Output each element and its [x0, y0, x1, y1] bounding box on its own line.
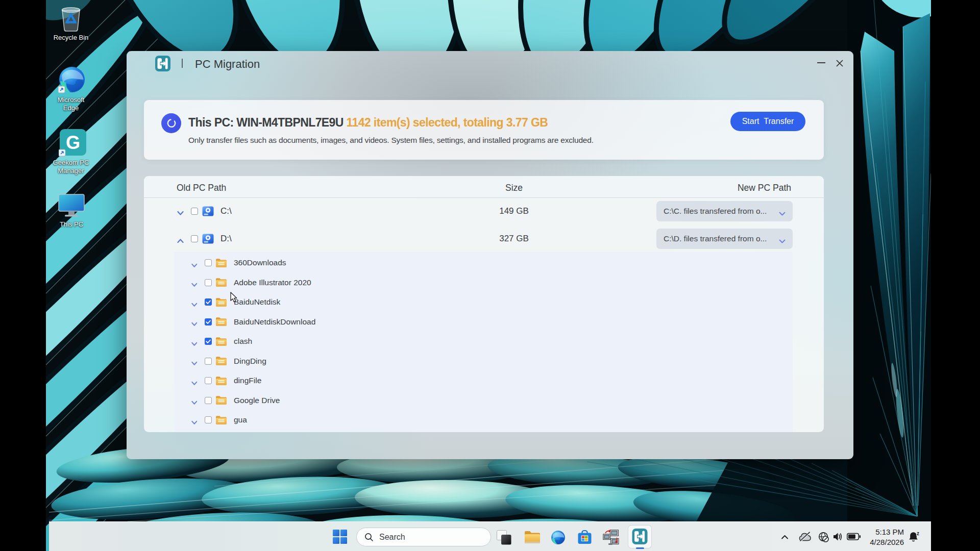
svg-text:G: G [66, 132, 80, 153]
svg-text:z: z [917, 531, 919, 536]
